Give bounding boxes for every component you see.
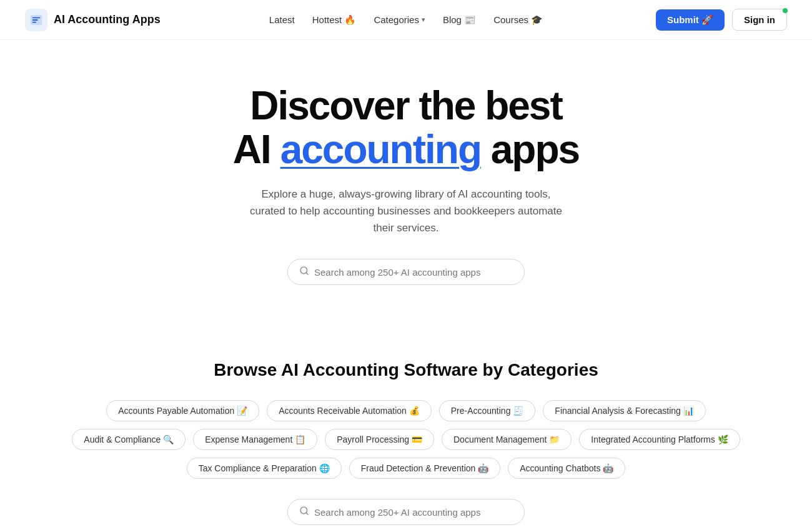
logo[interactable]: AI Accounting Apps [25, 9, 161, 31]
hero-section: Discover the best AI accounting apps Exp… [0, 40, 812, 323]
logo-text: AI Accounting Apps [54, 13, 161, 26]
hero-subtitle: Explore a huge, always-growing library o… [250, 186, 562, 237]
nav-categories[interactable]: Categories ▾ [374, 14, 425, 25]
signin-button[interactable]: Sign in [732, 9, 787, 31]
svg-rect-3 [32, 21, 36, 23]
header: AI Accounting Apps Latest Hottest 🔥 Cate… [0, 0, 812, 40]
svg-line-5 [306, 273, 308, 274]
logo-icon [25, 9, 47, 31]
categories-section: Browse AI Accounting Software by Categor… [0, 323, 812, 532]
search-input[interactable] [314, 267, 513, 278]
category-tag-payroll[interactable]: Payroll Processing 💳 [325, 429, 434, 450]
categories-search-input[interactable] [314, 507, 513, 518]
nav-blog[interactable]: Blog 📰 [443, 14, 476, 26]
hero-search-bar [287, 259, 525, 285]
category-tag-audit-compliance[interactable]: Audit & Compliance 🔍 [72, 429, 186, 450]
header-actions: Submit 🚀 Sign in [656, 9, 787, 31]
nav-courses[interactable]: Courses 🎓 [493, 14, 543, 26]
category-tag-integrated-platforms[interactable]: Integrated Accounting Platforms 🌿 [579, 429, 740, 450]
category-tag-fraud-detection[interactable]: Fraud Detection & Prevention 🤖 [349, 458, 501, 479]
category-tag-chatbots[interactable]: Accounting Chatbots 🤖 [508, 458, 625, 479]
category-tag-tax-compliance[interactable]: Tax Compliance & Preparation 🌐 [187, 458, 342, 479]
hero-accent-word: accounting [280, 127, 481, 172]
hero-title: Discover the best AI accounting apps [12, 84, 800, 172]
svg-rect-2 [32, 19, 38, 21]
category-tag-accounts-payable[interactable]: Accounts Payable Automation 📝 [106, 400, 259, 421]
categories-title: Browse AI Accounting Software by Categor… [25, 360, 787, 380]
category-tag-document-management[interactable]: Document Management 📁 [442, 429, 572, 450]
category-tags-container: Accounts Payable Automation 📝 Accounts R… [62, 400, 750, 479]
chevron-down-icon: ▾ [422, 16, 425, 24]
main-nav: Latest Hottest 🔥 Categories ▾ Blog 📰 Cou… [269, 14, 543, 26]
svg-line-7 [306, 513, 308, 514]
category-tag-accounts-receivable[interactable]: Accounts Receivable Automation 💰 [267, 400, 432, 421]
category-tag-pre-accounting[interactable]: Pre-Accounting 🧾 [439, 400, 536, 421]
category-tag-financial-analysis[interactable]: Financial Analysis & Forecasting 📊 [543, 400, 705, 421]
submit-button[interactable]: Submit 🚀 [656, 9, 725, 31]
categories-search-bar [287, 499, 525, 525]
nav-hottest[interactable]: Hottest 🔥 [312, 14, 357, 26]
category-tag-expense-management[interactable]: Expense Management 📋 [193, 429, 317, 450]
search-icon [299, 266, 309, 278]
svg-rect-1 [32, 17, 41, 18]
search-icon-2 [299, 506, 309, 518]
online-indicator [783, 8, 788, 13]
nav-latest[interactable]: Latest [269, 14, 295, 25]
